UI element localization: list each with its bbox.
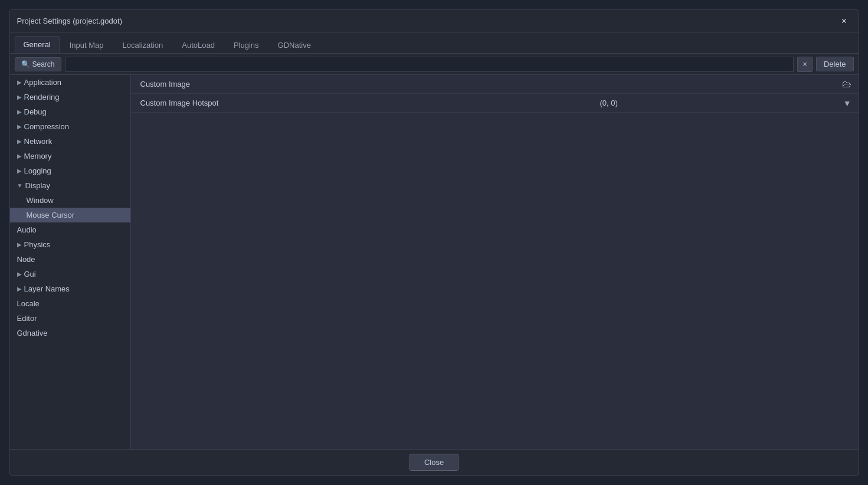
search-button[interactable]: 🔍 Search [15,57,61,71]
sidebar-item-window[interactable]: Window [10,193,130,208]
sidebar-item-display[interactable]: ▼ Display [10,178,130,193]
sidebar-item-node[interactable]: Node [10,252,130,267]
project-settings-dialog: Project Settings (project.godot) × Gener… [9,9,859,476]
tab-input-map[interactable]: Input Map [61,37,113,53]
titlebar: Project Settings (project.godot) × [10,10,859,32]
tab-gdnative[interactable]: GDNative [269,37,320,53]
sidebar: ▶ Application ▶ Rendering ▶ Debug ▶ Comp… [10,75,131,449]
settings-row-custom-image: Custom Image 🗁 [131,75,859,94]
dialog-footer: Close [10,449,859,475]
dropdown-arrow-icon[interactable]: ▼ [843,99,851,108]
setting-value-custom-image: 🗁 [593,76,859,93]
chevron-right-icon: ▶ [17,286,22,292]
chevron-right-icon: ▶ [17,138,22,145]
search-input[interactable] [65,57,794,72]
sidebar-item-gui[interactable]: ▶ Gui [10,267,130,281]
sidebar-item-application[interactable]: ▶ Application [10,75,130,90]
setting-value-custom-image-hotspot[interactable]: (0, 0) ▼ [593,95,859,112]
sidebar-item-locale[interactable]: Locale [10,296,130,311]
sidebar-item-logging[interactable]: ▶ Logging [10,163,130,178]
sidebar-item-memory[interactable]: ▶ Memory [10,149,130,163]
chevron-right-icon: ▶ [17,153,22,159]
settings-panel: Custom Image 🗁 Custom Image Hotspot (0, … [131,75,859,449]
folder-icon[interactable]: 🗁 [842,79,851,90]
clear-search-button[interactable]: × [797,57,813,72]
sidebar-item-editor[interactable]: Editor [10,311,130,326]
sidebar-item-layer-names[interactable]: ▶ Layer Names [10,281,130,296]
sidebar-item-mouse-cursor[interactable]: Mouse Cursor [10,208,130,222]
chevron-down-icon: ▼ [17,182,23,189]
tab-localization[interactable]: Localization [114,37,172,53]
dialog-overlay: Project Settings (project.godot) × Gener… [0,0,868,485]
sidebar-item-gdnative[interactable]: Gdnative [10,326,130,340]
sidebar-item-physics[interactable]: ▶ Physics [10,237,130,252]
setting-label-custom-image-hotspot: Custom Image Hotspot [131,95,593,111]
tabs-bar: General Input Map Localization AutoLoad … [10,32,859,54]
setting-label-custom-image: Custom Image [131,76,593,92]
sidebar-item-rendering[interactable]: ▶ Rendering [10,90,130,104]
tab-autoload[interactable]: AutoLoad [173,37,224,53]
chevron-right-icon: ▶ [17,109,22,115]
toolbar-row: 🔍 Search × Delete [10,54,859,75]
sidebar-item-compression[interactable]: ▶ Compression [10,119,130,134]
dialog-title: Project Settings (project.godot) [17,17,122,25]
chevron-right-icon: ▶ [17,168,22,174]
window-close-button[interactable]: × [837,14,851,28]
delete-button[interactable]: Delete [816,57,854,71]
sidebar-item-network[interactable]: ▶ Network [10,134,130,149]
chevron-right-icon: ▶ [17,79,22,86]
search-icon: 🔍 [21,60,30,68]
main-panel: ▶ Application ▶ Rendering ▶ Debug ▶ Comp… [10,75,859,449]
tab-general[interactable]: General [15,36,60,53]
chevron-right-icon: ▶ [17,271,22,277]
chevron-right-icon: ▶ [17,123,22,130]
sidebar-item-debug[interactable]: ▶ Debug [10,104,130,119]
close-dialog-button[interactable]: Close [410,454,458,471]
sidebar-item-audio[interactable]: Audio [10,222,130,237]
settings-row-custom-image-hotspot: Custom Image Hotspot (0, 0) ▼ [131,94,859,113]
hotspot-value: (0, 0) [600,99,618,107]
chevron-right-icon: ▶ [17,94,22,100]
tab-plugins[interactable]: Plugins [225,37,268,53]
chevron-right-icon: ▶ [17,241,22,248]
